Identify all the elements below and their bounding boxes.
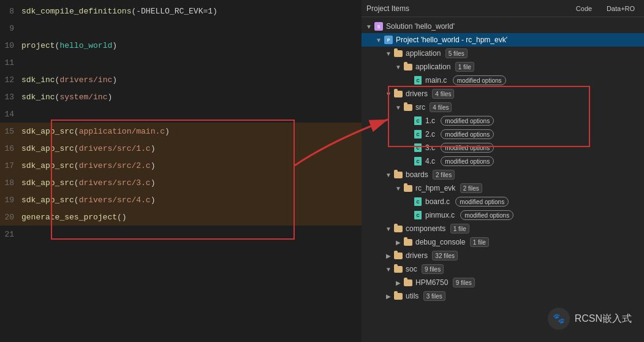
components-arrow-icon: ▼: [384, 226, 393, 232]
line-number-19: 19: [0, 196, 21, 205]
line-number-11: 11: [0, 58, 21, 67]
watermark: 🐾 RCSN嵌入式: [548, 308, 632, 330]
1c-label: 1.c modified options: [425, 116, 644, 126]
4c-label: 4.c modified options: [425, 156, 644, 166]
tree-drivers2-folder[interactable]: ▶ drivers 32 files: [362, 249, 644, 262]
line-number-17: 17: [0, 161, 21, 170]
line-number-14: 14: [0, 110, 21, 119]
solution-label: Solution 'hello_world': [386, 22, 644, 31]
line-number-9: 9: [0, 24, 21, 33]
tree-utils-folder[interactable]: ▶ utils 3 files: [362, 289, 644, 303]
code-line-10: 10 project(hello_world): [0, 37, 362, 54]
project-icon: P: [384, 35, 393, 45]
drivers-folder-icon: [393, 89, 403, 99]
code-line-13: 13 sdk_inc(system/inc): [0, 88, 362, 105]
data-ro-col-label: Data+RO: [602, 5, 639, 12]
src-folder-icon: [403, 102, 413, 112]
src-folder-label: src 4 files: [415, 102, 644, 112]
1c-icon: C: [413, 116, 423, 126]
code-line-18: 18 sdk_app_src(drivers/src/3.c): [0, 174, 362, 191]
drivers2-folder-label: drivers 32 files: [406, 251, 644, 260]
main-c-icon: C: [413, 75, 423, 85]
tree-hpm6750-folder[interactable]: ▶ HPM6750 9 files: [362, 276, 644, 289]
utils-folder-label: utils 3 files: [406, 291, 644, 301]
svg-text:S: S: [377, 25, 381, 29]
utils-folder-icon: [393, 291, 403, 301]
application-sub-folder-icon: [403, 62, 413, 72]
tree-drivers-folder[interactable]: ▼ drivers 4 files: [362, 87, 644, 101]
rc-hpm-folder-icon: [403, 183, 413, 193]
tree-debug-console-folder[interactable]: ▶ debug_console 1 file: [362, 235, 644, 249]
code-col-label: Code: [566, 5, 602, 12]
svg-text:C: C: [416, 213, 419, 218]
line-content-18: sdk_app_src(drivers/src/3.c): [21, 178, 155, 188]
debug-console-label: debug_console 1 file: [415, 237, 644, 247]
pinmux-c-icon: C: [413, 210, 423, 220]
application-folder-label: application 5 files: [406, 48, 644, 58]
line-content-16: sdk_app_src(drivers/src/1.c): [21, 144, 155, 153]
tree-project[interactable]: ▼ P Project 'hello_world - rc_hpm_evk': [362, 33, 644, 47]
tree-3c[interactable]: ▶ C 3.c modified options: [362, 141, 644, 154]
tree-components-folder[interactable]: ▼ components 1 file: [362, 222, 644, 235]
code-line-16: 16 sdk_app_src(drivers/src/1.c): [0, 140, 362, 157]
line-content-10: project(hello_world): [21, 41, 117, 50]
3c-label: 3.c modified options: [425, 143, 644, 153]
rc-hpm-label: rc_hpm_evk 2 files: [415, 183, 644, 193]
tree-boards-folder[interactable]: ▼ boards 2 files: [362, 168, 644, 181]
tree-rc-hpm-folder[interactable]: ▼ rc_hpm_evk 2 files: [362, 181, 644, 195]
rc-hpm-arrow-icon: ▼: [393, 185, 403, 192]
tree-2c[interactable]: ▶ C 2.c modified options: [362, 127, 644, 141]
tree-4c[interactable]: ▶ C 4.c modified options: [362, 154, 644, 168]
line-content-17: sdk_app_src(drivers/src/2.c): [21, 161, 155, 170]
line-number-21: 21: [0, 230, 21, 239]
line-content-19: sdk_app_src(drivers/src/4.c): [21, 196, 155, 205]
line-content-13: sdk_inc(system/inc): [21, 93, 112, 102]
project-label: Project 'hello_world - rc_hpm_evk': [396, 36, 644, 44]
line-number-13: 13: [0, 93, 21, 102]
line-content-8: sdk_compile_definitions(-DHELLO_RC_EVK=1…: [21, 7, 218, 16]
line-content-20: generate_ses_project(): [21, 213, 127, 222]
code-line-14: 14: [0, 105, 362, 123]
code-panel: 8 sdk_compile_definitions(-DHELLO_RC_EVK…: [0, 0, 362, 342]
line-number-12: 12: [0, 75, 21, 85]
code-line-21: 21: [0, 226, 362, 243]
project-panel: Project Items Code Data+RO ▼ S Solution …: [362, 0, 644, 342]
code-line-19: 19 sdk_app_src(drivers/src/4.c): [0, 191, 362, 208]
svg-text:C: C: [416, 78, 419, 83]
watermark-paw-icon: 🐾: [553, 313, 565, 325]
utils-arrow-icon: ▶: [384, 293, 393, 300]
tree-board-c[interactable]: ▶ C board.c modified options: [362, 195, 644, 208]
application-sub-label: application 1 file: [415, 62, 644, 72]
board-c-icon: C: [413, 197, 423, 207]
line-number-10: 10: [0, 41, 21, 50]
application-arrow-icon: ▼: [384, 50, 393, 57]
tree-pinmux-c[interactable]: ▶ C pinmux.c modified options: [362, 208, 644, 222]
drivers-arrow-icon: ▼: [384, 91, 393, 97]
line-number-15: 15: [0, 127, 21, 136]
svg-text:C: C: [416, 200, 419, 204]
boards-folder-icon: [393, 170, 403, 180]
solution-icon: S: [374, 21, 384, 31]
code-line-12: 12 sdk_inc(drivers/inc): [0, 71, 362, 88]
line-content-12: sdk_inc(drivers/inc): [21, 75, 117, 85]
tree-1c[interactable]: ▶ C 1.c modified options: [362, 114, 644, 127]
svg-text:C: C: [416, 119, 419, 123]
code-line-9: 9: [0, 20, 362, 37]
tree-application-sub-folder[interactable]: ▼ application 1 file: [362, 60, 644, 74]
pinmux-c-label: pinmux.c modified options: [425, 210, 644, 220]
board-c-label: board.c modified options: [425, 197, 644, 207]
line-number-20: 20: [0, 213, 21, 222]
code-line-8: 8 sdk_compile_definitions(-DHELLO_RC_EVK…: [0, 2, 362, 20]
tree-application-folder[interactable]: ▼ application 5 files: [362, 47, 644, 60]
tree-solution[interactable]: ▼ S Solution 'hello_world': [362, 20, 644, 33]
main-c-label: main.c modified options: [425, 75, 644, 85]
code-line-17: 17 sdk_app_src(drivers/src/2.c): [0, 157, 362, 174]
code-content: 8 sdk_compile_definitions(-DHELLO_RC_EVK…: [0, 0, 362, 243]
tree-main-c[interactable]: ▶ C main.c modified options: [362, 74, 644, 87]
drivers2-folder-icon: [393, 251, 403, 260]
svg-text:C: C: [416, 132, 419, 137]
hpm6750-arrow-icon: ▶: [393, 279, 403, 286]
tree-src-folder[interactable]: ▼ src 4 files: [362, 101, 644, 114]
application-sub-arrow-icon: ▼: [393, 64, 403, 70]
tree-soc-folder[interactable]: ▼ soc 9 files: [362, 262, 644, 276]
